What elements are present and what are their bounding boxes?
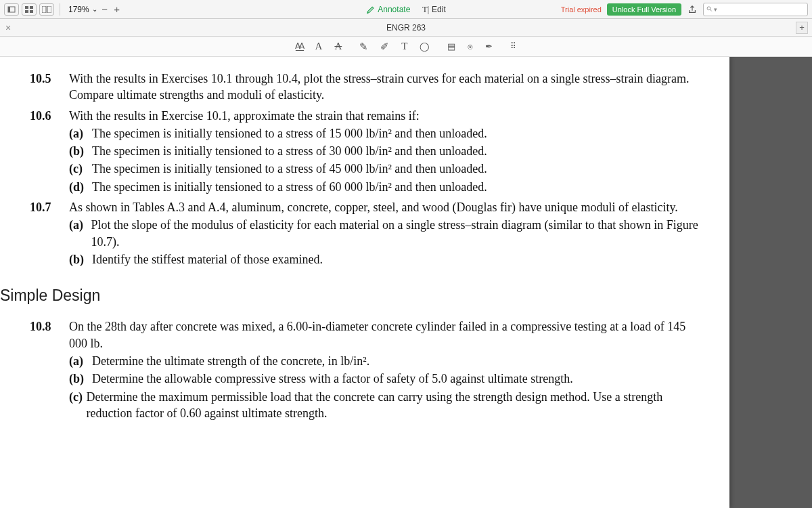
edit-label: Edit	[432, 5, 446, 14]
search-chevron-icon: ▾	[714, 6, 717, 13]
right-action-group: Trial expired Unlock Full Version ▾	[561, 3, 808, 16]
tab-bar: × ENGR 263 +	[0, 19, 812, 37]
document-title: ENGR 263	[386, 23, 426, 33]
view-mode-group	[4, 3, 54, 16]
problem-text: With the results in Exercise 10.1, appro…	[69, 108, 487, 124]
unlock-button[interactable]: Unlock Full Version	[607, 3, 681, 16]
svg-rect-3	[30, 6, 33, 9]
section-heading: Simple Design	[0, 285, 702, 306]
svg-rect-7	[47, 6, 51, 13]
pencil-tool-icon[interactable]: ✎	[359, 41, 368, 53]
view-twopage-icon[interactable]	[39, 3, 54, 16]
problem-text: With the results in Exercises 10.1 throu…	[69, 70, 702, 104]
zoom-value[interactable]: 179%	[68, 5, 89, 14]
text-a1-tool[interactable]: A	[315, 41, 323, 52]
sub-text: The specimen is initially tensioned to a…	[92, 125, 487, 142]
edit-button[interactable]: T| Edit	[422, 5, 445, 15]
zoom-in-button[interactable]: +	[112, 3, 122, 15]
sub-label: (a)	[69, 125, 92, 142]
more-tools-icon[interactable]: ⠿	[510, 41, 517, 51]
zoom-control: 179% ⌄ − +	[68, 3, 122, 15]
svg-line-9	[710, 9, 711, 11]
sub-label: (c)	[69, 389, 87, 422]
center-action-group: Annotate T| Edit	[366, 0, 445, 19]
view-single-icon[interactable]	[4, 3, 19, 16]
sub-label: (b)	[69, 143, 92, 159]
sub-text: The specimen is initially tensioned to a…	[92, 161, 487, 177]
sub-text: Plot the slope of the modulus of elastic…	[91, 217, 702, 250]
problem-text: As shown in Tables A.3 and A.4, aluminum…	[69, 199, 702, 215]
problem-number: 10.7	[30, 199, 69, 268]
document-page: 10.5 With the results in Exercises 10.1 …	[0, 57, 729, 508]
zoom-chevron-icon[interactable]: ⌄	[92, 5, 97, 13]
sub-text: The specimen is initially tensioned to a…	[92, 143, 487, 159]
signature-tool-icon[interactable]: ✒	[485, 41, 493, 52]
zoom-out-button[interactable]: −	[100, 3, 110, 15]
page-viewport: 10.5 With the results in Exercises 10.1 …	[0, 57, 812, 508]
textbox-tool[interactable]: T	[401, 41, 407, 52]
edit-cursor-icon: T|	[422, 5, 429, 15]
svg-rect-2	[25, 6, 28, 9]
sub-text: Determine the allowable compressive stre…	[92, 371, 573, 387]
svg-rect-6	[42, 6, 46, 13]
stamp-tool-icon[interactable]: ⍟	[468, 41, 473, 52]
sub-label: (c)	[69, 161, 92, 177]
search-box[interactable]: ▾	[703, 3, 808, 16]
top-toolbar: 179% ⌄ − + Annotate T| Edit Trial expire…	[0, 0, 812, 19]
sub-label: (b)	[69, 251, 92, 268]
sub-text: The specimen is initially tensioned to a…	[92, 179, 487, 195]
sub-label: (b)	[69, 371, 92, 387]
divider	[60, 3, 60, 16]
lasso-tool-icon[interactable]: ◯	[420, 41, 430, 52]
svg-rect-4	[25, 10, 28, 13]
sub-label: (a)	[69, 353, 92, 369]
search-input[interactable]	[719, 5, 805, 14]
share-icon[interactable]	[687, 4, 698, 15]
svg-rect-5	[30, 10, 33, 13]
text-style-tool[interactable]: A̲A̲	[295, 41, 303, 51]
problem-number: 10.8	[30, 318, 69, 421]
svg-rect-1	[8, 7, 10, 12]
svg-point-8	[707, 7, 710, 10]
annotate-label: Annotate	[378, 5, 410, 14]
view-grid-icon[interactable]	[22, 3, 37, 16]
annotation-toolbar: A̲A̲ A A ✎ ✐ T ◯ ▤ ⍟ ✒ ⠿	[0, 37, 812, 57]
problem-number: 10.6	[30, 108, 69, 195]
add-tab-button[interactable]: +	[796, 22, 808, 34]
sub-label: (a)	[69, 217, 91, 250]
trial-expired-label: Trial expired	[561, 5, 602, 14]
search-icon	[706, 5, 713, 13]
pen-tool-icon[interactable]: ✐	[380, 41, 389, 53]
sub-text: Identify the stiffest material of those …	[92, 251, 323, 268]
problem-text: On the 28th day after concrete was mixed…	[69, 318, 702, 352]
note-tool-icon[interactable]: ▤	[447, 41, 455, 52]
annotate-button[interactable]: Annotate	[366, 5, 410, 14]
close-tab-button[interactable]: ×	[5, 22, 11, 33]
sub-text: Determine the maximum permissible load t…	[87, 389, 702, 422]
text-a2-tool[interactable]: A	[334, 41, 342, 52]
problem-number: 10.5	[30, 70, 69, 104]
sub-text: Determine the ultimate strength of the c…	[92, 353, 369, 369]
sub-label: (d)	[69, 179, 92, 195]
